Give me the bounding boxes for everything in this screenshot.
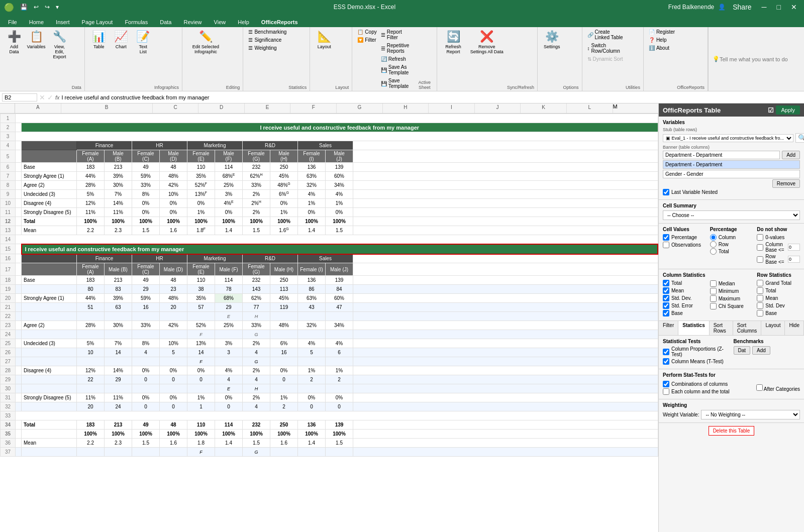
t1-sa-j[interactable]: 60% <box>326 172 353 181</box>
t1-base-b[interactable]: 213 <box>105 163 132 172</box>
t1-base-i[interactable]: 136 <box>298 163 326 172</box>
maximize-button[interactable]: □ <box>774 2 784 12</box>
t1-base-c[interactable]: 49 <box>132 163 160 172</box>
t1-total-c[interactable]: 100% <box>132 217 160 226</box>
benchmarks-add-button[interactable]: Add <box>752 346 770 355</box>
percentage-checkbox[interactable] <box>663 234 669 241</box>
remove-settings-button[interactable]: ❌ Remove Settings All Data <box>466 28 507 90</box>
t1-base-d[interactable]: 48 <box>160 163 187 172</box>
row-14-content[interactable] <box>16 235 658 244</box>
zero-values-checkbox[interactable] <box>757 234 763 241</box>
column-base-input[interactable] <box>788 244 800 251</box>
t1-total-i[interactable]: 100% <box>298 217 326 226</box>
tab-officereports[interactable]: OfficeReports <box>255 17 304 27</box>
row-base-checkbox[interactable] <box>757 256 763 263</box>
t1-mean-a[interactable]: 2.2 <box>77 226 105 235</box>
share-button[interactable]: Share <box>730 2 754 12</box>
table-button[interactable]: 📊 Table <box>88 28 110 90</box>
t1-total-e[interactable]: 100% <box>187 217 215 226</box>
t1-agree-e[interactable]: 52%F <box>187 181 215 190</box>
t1-sd-g[interactable]: 2% <box>243 208 270 217</box>
cs-stddev-checkbox[interactable] <box>663 295 669 301</box>
filter-tab-filter[interactable]: Filter <box>659 321 678 335</box>
row-base-input[interactable] <box>788 256 800 263</box>
t1-agree-j[interactable]: 34% <box>326 181 353 190</box>
filter-tab-sort-rows[interactable]: Sort Rows <box>710 321 733 335</box>
cs-min-checkbox[interactable] <box>710 288 717 294</box>
t1-agree-i[interactable]: 32% <box>298 181 326 190</box>
t1-agree-h[interactable]: 48%G <box>270 181 298 190</box>
t1-total-d[interactable]: 100% <box>160 217 187 226</box>
t1-total-f[interactable]: 100% <box>215 217 243 226</box>
t1-sd-c[interactable]: 0% <box>132 208 160 217</box>
t1-base-a[interactable]: 183 <box>77 163 105 172</box>
t1-dis-j[interactable]: 1% <box>326 199 353 208</box>
t1-agree-b[interactable]: 30% <box>105 181 132 190</box>
t1-und-i[interactable]: 4% <box>298 190 326 199</box>
filter-tab-hide[interactable]: Hide <box>785 321 804 335</box>
t1-base-f[interactable]: 114 <box>215 163 243 172</box>
tab-data[interactable]: Data <box>154 17 177 27</box>
total-radio[interactable] <box>710 248 717 255</box>
tab-formulas[interactable]: Formulas <box>119 17 154 27</box>
column-radio[interactable] <box>710 234 717 241</box>
refresh-sheet-button[interactable]: 🔄 Refresh <box>379 55 416 63</box>
t1-dis-i[interactable]: 1% <box>298 199 326 208</box>
delete-table-button[interactable]: Delete this Table <box>709 426 755 436</box>
tab-file[interactable]: File <box>2 17 23 27</box>
t1-mean-j[interactable]: 1.5 <box>326 226 353 235</box>
cs-total-checkbox[interactable] <box>663 280 669 286</box>
significance-button[interactable]: ☰ Significance <box>246 36 288 44</box>
refresh-report-button[interactable]: 🔄 Refresh Report <box>440 28 467 90</box>
t1-agree-d[interactable]: 42% <box>160 181 187 190</box>
t1-und-j[interactable]: 4% <box>326 190 353 199</box>
layout-button[interactable]: 📐 Layout <box>313 28 335 90</box>
formula-input[interactable] <box>61 94 802 100</box>
last-variable-nested-checkbox[interactable] <box>663 189 669 195</box>
t1-agree-g[interactable]: 33% <box>243 181 270 190</box>
cell-reference-input[interactable] <box>2 93 37 101</box>
about-button[interactable]: ℹ️ About <box>647 44 677 52</box>
row-1-content[interactable] <box>16 114 658 123</box>
rs-total-checkbox[interactable] <box>757 287 763 294</box>
t1-sd-d[interactable]: 0% <box>160 208 187 217</box>
save-template-button[interactable]: 💾 Save Template <box>379 77 416 90</box>
apply-button[interactable]: Apply <box>776 105 800 115</box>
redo-btn[interactable]: ↪ <box>43 3 52 12</box>
t1-total-a[interactable]: 100% <box>77 217 105 226</box>
t1-sa-d[interactable]: 48% <box>160 172 187 181</box>
row-radio[interactable] <box>710 241 717 248</box>
t1-dis-b[interactable]: 14% <box>105 199 132 208</box>
spreadsheet-body[interactable]: 1 2 I receive useful and constructive fe… <box>0 114 658 532</box>
t1-und-a[interactable]: 5% <box>77 190 105 199</box>
add-banner-button[interactable]: Add <box>782 151 800 159</box>
cs-mean-checkbox[interactable] <box>663 287 669 294</box>
tab-insert[interactable]: Insert <box>50 17 76 27</box>
filter-tab-statistics[interactable]: Statistics <box>678 321 709 335</box>
tell-me-input[interactable] <box>720 56 800 62</box>
t1-sd-j[interactable]: 0% <box>326 208 353 217</box>
weighting-button[interactable]: ☰ Weighting <box>246 44 288 52</box>
dynamic-sort-button[interactable]: ⇅ Dynamic Sort <box>585 55 626 63</box>
save-quick-btn[interactable]: 💾 <box>18 3 30 12</box>
tab-page-layout[interactable]: Page Layout <box>76 17 119 27</box>
t1-dis-e[interactable]: 0% <box>187 199 215 208</box>
chart-button[interactable]: 📈 Chart <box>110 28 132 90</box>
cs-stderr-checkbox[interactable] <box>663 302 669 309</box>
t1-agree-f[interactable]: 25% <box>215 181 243 190</box>
weight-variable-select[interactable]: -- No Weighting -- <box>701 410 800 419</box>
t1-und-g[interactable]: 2% <box>243 190 270 199</box>
t1-sa-i[interactable]: 63% <box>298 172 326 181</box>
t1-base-g[interactable]: 232 <box>243 163 270 172</box>
t1-sd-f[interactable]: 0% <box>215 208 243 217</box>
tab-review[interactable]: Review <box>177 17 208 27</box>
t1-und-b[interactable]: 7% <box>105 190 132 199</box>
t1-sa-f[interactable]: 68%E <box>215 172 243 181</box>
tab-help[interactable]: Help <box>232 17 255 27</box>
rs-mean-checkbox[interactable] <box>757 295 763 301</box>
stub-select-dropdown[interactable]: ▣ Eval_1 - I receive useful and construc… <box>663 134 793 142</box>
undo-btn[interactable]: ↩ <box>32 3 41 12</box>
t1-total-h[interactable]: 100% <box>270 217 298 226</box>
save-as-template-button[interactable]: 💾 Save As Template <box>379 63 416 76</box>
t1-mean-i[interactable]: 1.4 <box>298 226 326 235</box>
